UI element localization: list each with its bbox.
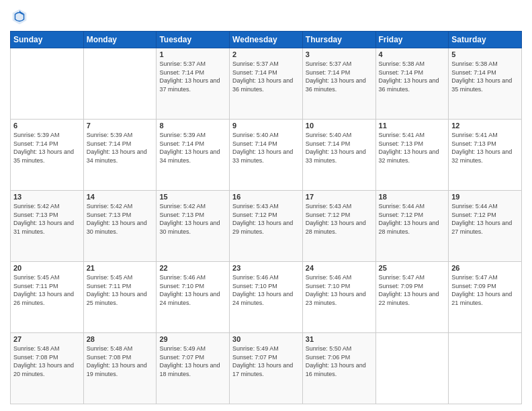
day-info: Sunrise: 5:47 AM Sunset: 7:09 PM Dayligh… — [451, 273, 519, 307]
day-info: Sunrise: 5:45 AM Sunset: 7:11 PM Dayligh… — [87, 273, 154, 307]
day-number: 25 — [379, 264, 446, 272]
day-cell: 25Sunrise: 5:47 AM Sunset: 7:09 PM Dayli… — [375, 262, 449, 333]
day-number: 17 — [306, 193, 373, 201]
day-number: 18 — [379, 193, 446, 201]
day-info: Sunrise: 5:44 AM Sunset: 7:12 PM Dayligh… — [451, 202, 519, 236]
day-info: Sunrise: 5:45 AM Sunset: 7:11 PM Dayligh… — [13, 273, 81, 307]
day-cell: 29Sunrise: 5:49 AM Sunset: 7:07 PM Dayli… — [157, 333, 230, 404]
day-cell — [375, 333, 449, 404]
day-number: 16 — [232, 193, 300, 201]
day-cell: 26Sunrise: 5:47 AM Sunset: 7:09 PM Dayli… — [449, 262, 522, 333]
day-info: Sunrise: 5:38 AM Sunset: 7:14 PM Dayligh… — [451, 60, 519, 93]
day-number: 13 — [13, 193, 81, 201]
day-cell: 15Sunrise: 5:42 AM Sunset: 7:13 PM Dayli… — [157, 191, 230, 262]
day-cell — [11, 48, 84, 120]
day-number: 15 — [159, 193, 226, 201]
day-number: 6 — [13, 122, 81, 130]
day-info: Sunrise: 5:37 AM Sunset: 7:14 PM Dayligh… — [159, 60, 226, 93]
day-info: Sunrise: 5:47 AM Sunset: 7:09 PM Dayligh… — [379, 273, 446, 307]
day-cell: 11Sunrise: 5:41 AM Sunset: 7:13 PM Dayli… — [375, 120, 449, 191]
day-info: Sunrise: 5:42 AM Sunset: 7:13 PM Dayligh… — [159, 202, 226, 236]
day-info: Sunrise: 5:39 AM Sunset: 7:14 PM Dayligh… — [87, 131, 154, 165]
header — [10, 7, 522, 26]
day-cell: 23Sunrise: 5:46 AM Sunset: 7:10 PM Dayli… — [230, 262, 303, 333]
day-cell — [83, 48, 157, 120]
day-number: 27 — [13, 335, 81, 343]
day-number: 9 — [232, 122, 300, 130]
weekday-friday: Friday — [375, 32, 449, 48]
weekday-monday: Monday — [83, 32, 157, 48]
day-cell: 31Sunrise: 5:50 AM Sunset: 7:06 PM Dayli… — [302, 333, 375, 404]
day-info: Sunrise: 5:40 AM Sunset: 7:14 PM Dayligh… — [306, 131, 373, 165]
day-info: Sunrise: 5:43 AM Sunset: 7:12 PM Dayligh… — [232, 202, 300, 236]
day-cell: 7Sunrise: 5:39 AM Sunset: 7:14 PM Daylig… — [83, 120, 157, 191]
day-cell: 16Sunrise: 5:43 AM Sunset: 7:12 PM Dayli… — [230, 191, 303, 262]
day-number: 22 — [159, 264, 226, 272]
day-cell: 5Sunrise: 5:38 AM Sunset: 7:14 PM Daylig… — [449, 48, 522, 120]
day-number: 19 — [451, 193, 519, 201]
day-info: Sunrise: 5:49 AM Sunset: 7:07 PM Dayligh… — [159, 345, 226, 378]
day-info: Sunrise: 5:44 AM Sunset: 7:12 PM Dayligh… — [379, 202, 446, 236]
week-row-3: 13Sunrise: 5:42 AM Sunset: 7:13 PM Dayli… — [11, 191, 522, 262]
day-cell: 30Sunrise: 5:49 AM Sunset: 7:07 PM Dayli… — [230, 333, 303, 404]
day-cell: 17Sunrise: 5:43 AM Sunset: 7:12 PM Dayli… — [302, 191, 375, 262]
day-cell: 22Sunrise: 5:46 AM Sunset: 7:10 PM Dayli… — [157, 262, 230, 333]
day-cell: 4Sunrise: 5:38 AM Sunset: 7:14 PM Daylig… — [375, 48, 449, 120]
day-info: Sunrise: 5:49 AM Sunset: 7:07 PM Dayligh… — [232, 345, 300, 378]
day-info: Sunrise: 5:39 AM Sunset: 7:14 PM Dayligh… — [159, 131, 226, 165]
logo-icon — [10, 7, 29, 26]
day-number: 2 — [232, 50, 300, 58]
weekday-tuesday: Tuesday — [157, 32, 230, 48]
day-cell: 28Sunrise: 5:48 AM Sunset: 7:08 PM Dayli… — [83, 333, 157, 404]
week-row-5: 27Sunrise: 5:48 AM Sunset: 7:08 PM Dayli… — [11, 333, 522, 404]
week-row-4: 20Sunrise: 5:45 AM Sunset: 7:11 PM Dayli… — [11, 262, 522, 333]
day-cell: 14Sunrise: 5:42 AM Sunset: 7:13 PM Dayli… — [83, 191, 157, 262]
day-info: Sunrise: 5:42 AM Sunset: 7:13 PM Dayligh… — [87, 202, 154, 236]
day-info: Sunrise: 5:42 AM Sunset: 7:13 PM Dayligh… — [13, 202, 81, 236]
day-cell: 10Sunrise: 5:40 AM Sunset: 7:14 PM Dayli… — [302, 120, 375, 191]
day-info: Sunrise: 5:48 AM Sunset: 7:08 PM Dayligh… — [87, 345, 154, 378]
weekday-thursday: Thursday — [302, 32, 375, 48]
day-number: 26 — [451, 264, 519, 272]
day-cell: 3Sunrise: 5:37 AM Sunset: 7:14 PM Daylig… — [302, 48, 375, 120]
day-info: Sunrise: 5:50 AM Sunset: 7:06 PM Dayligh… — [306, 345, 373, 378]
day-cell: 18Sunrise: 5:44 AM Sunset: 7:12 PM Dayli… — [375, 191, 449, 262]
day-info: Sunrise: 5:40 AM Sunset: 7:14 PM Dayligh… — [232, 131, 300, 165]
week-row-2: 6Sunrise: 5:39 AM Sunset: 7:14 PM Daylig… — [11, 120, 522, 191]
day-cell: 9Sunrise: 5:40 AM Sunset: 7:14 PM Daylig… — [230, 120, 303, 191]
day-info: Sunrise: 5:41 AM Sunset: 7:13 PM Dayligh… — [379, 131, 446, 165]
day-number: 24 — [306, 264, 373, 272]
day-number: 1 — [159, 50, 226, 58]
day-number: 23 — [232, 264, 300, 272]
logo — [10, 7, 32, 26]
calendar-table: SundayMondayTuesdayWednesdayThursdayFrid… — [10, 31, 522, 404]
week-row-1: 1Sunrise: 5:37 AM Sunset: 7:14 PM Daylig… — [11, 48, 522, 120]
day-number: 20 — [13, 264, 81, 272]
day-number: 3 — [306, 50, 373, 58]
weekday-sunday: Sunday — [11, 32, 84, 48]
day-cell: 2Sunrise: 5:37 AM Sunset: 7:14 PM Daylig… — [230, 48, 303, 120]
day-cell — [449, 333, 522, 404]
page: SundayMondayTuesdayWednesdayThursdayFrid… — [0, 0, 532, 411]
day-number: 11 — [379, 122, 446, 130]
day-number: 28 — [87, 335, 154, 343]
day-number: 7 — [87, 122, 154, 130]
day-number: 14 — [87, 193, 154, 201]
weekday-header-row: SundayMondayTuesdayWednesdayThursdayFrid… — [11, 32, 522, 48]
day-cell: 19Sunrise: 5:44 AM Sunset: 7:12 PM Dayli… — [449, 191, 522, 262]
day-number: 21 — [87, 264, 154, 272]
day-number: 5 — [451, 50, 519, 58]
day-info: Sunrise: 5:39 AM Sunset: 7:14 PM Dayligh… — [13, 131, 81, 165]
day-cell: 6Sunrise: 5:39 AM Sunset: 7:14 PM Daylig… — [11, 120, 84, 191]
day-info: Sunrise: 5:43 AM Sunset: 7:12 PM Dayligh… — [306, 202, 373, 236]
day-info: Sunrise: 5:38 AM Sunset: 7:14 PM Dayligh… — [379, 60, 446, 93]
day-number: 4 — [379, 50, 446, 58]
day-info: Sunrise: 5:46 AM Sunset: 7:10 PM Dayligh… — [159, 273, 226, 307]
weekday-wednesday: Wednesday — [230, 32, 303, 48]
day-number: 29 — [159, 335, 226, 343]
day-cell: 27Sunrise: 5:48 AM Sunset: 7:08 PM Dayli… — [11, 333, 84, 404]
day-info: Sunrise: 5:46 AM Sunset: 7:10 PM Dayligh… — [232, 273, 300, 307]
day-number: 30 — [232, 335, 300, 343]
day-cell: 21Sunrise: 5:45 AM Sunset: 7:11 PM Dayli… — [83, 262, 157, 333]
day-cell: 24Sunrise: 5:46 AM Sunset: 7:10 PM Dayli… — [302, 262, 375, 333]
